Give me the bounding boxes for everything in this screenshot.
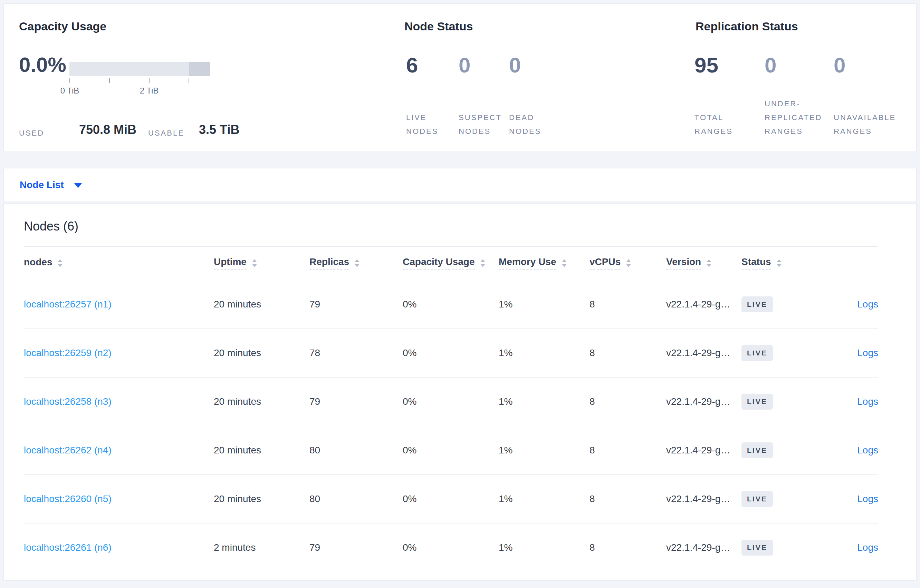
column-header-uptime[interactable]: Uptime <box>214 256 309 270</box>
unavailable-ranges-stat: 0 UNAVAILABLE RANGES <box>834 53 899 77</box>
logs-link[interactable]: Logs <box>857 445 878 456</box>
capacity-cell: 0% <box>403 347 499 359</box>
logs-link[interactable]: Logs <box>857 542 878 553</box>
version-cell: v22.1.4-29-g… <box>666 445 742 456</box>
node-status-title: Node Status <box>404 20 473 33</box>
table-row: localhost:26257 (n1) 20 minutes 79 0% 1%… <box>24 280 878 329</box>
vcpus-cell: 8 <box>590 396 666 407</box>
nodes-table-title: Nodes (6) <box>4 204 916 234</box>
sort-icon <box>252 259 257 267</box>
memory-cell: 1% <box>499 445 590 456</box>
column-header-capacity[interactable]: Capacity Usage <box>403 256 499 270</box>
column-header-nodes[interactable]: nodes <box>24 257 214 270</box>
sort-icon <box>480 259 485 267</box>
sort-icon <box>58 259 63 267</box>
under-replicated-label: UNDER- REPLICATED RANGES <box>765 97 830 138</box>
capacity-cell: 0% <box>403 445 499 456</box>
status-badge: LIVE <box>742 296 773 312</box>
nodes-table: nodes Uptime Replicas Capacity Usage Mem… <box>24 246 878 572</box>
total-ranges-value: 95 <box>695 53 760 77</box>
column-header-vcpus[interactable]: vCPUs <box>590 256 666 270</box>
axis-tick <box>189 78 189 83</box>
uptime-cell: 2 minutes <box>214 542 309 553</box>
table-row: localhost:26258 (n3) 20 minutes 79 0% 1%… <box>24 378 878 426</box>
replicas-cell: 80 <box>309 445 403 456</box>
capacity-bar-chart <box>70 62 210 76</box>
logs-link[interactable]: Logs <box>857 396 878 407</box>
node-list-dropdown[interactable]: Node List <box>20 179 82 191</box>
vcpus-cell: 8 <box>590 445 666 456</box>
node-link[interactable]: localhost:26260 (n5) <box>24 493 112 504</box>
replicas-cell: 79 <box>309 299 403 310</box>
replicas-cell: 80 <box>309 493 403 504</box>
cluster-summary-panel: Capacity Usage 0.0% 0 TiB 2 TiB USED 750… <box>3 3 917 151</box>
version-cell: v22.1.4-29-g… <box>666 493 742 504</box>
version-cell: v22.1.4-29-g… <box>666 347 742 359</box>
dead-nodes-label: DEAD NODES <box>509 111 575 138</box>
table-row: localhost:26261 (n6) 2 minutes 79 0% 1% … <box>24 523 878 572</box>
logs-link[interactable]: Logs <box>857 493 878 504</box>
usable-value: 3.5 TiB <box>199 123 239 137</box>
vcpus-cell: 8 <box>590 493 666 504</box>
node-link[interactable]: localhost:26257 (n1) <box>24 299 112 310</box>
capacity-percent: 0.0% <box>19 53 66 77</box>
replicas-cell: 79 <box>309 396 403 407</box>
capacity-cell: 0% <box>403 493 499 504</box>
used-label: USED <box>19 129 44 138</box>
replicas-cell: 78 <box>309 347 403 359</box>
uptime-cell: 20 minutes <box>214 396 309 407</box>
node-link[interactable]: localhost:26258 (n3) <box>24 396 112 407</box>
unavailable-ranges-label: UNAVAILABLE RANGES <box>834 111 899 138</box>
table-row: localhost:26259 (n2) 20 minutes 78 0% 1%… <box>24 329 878 378</box>
under-replicated-value: 0 <box>765 53 830 77</box>
uptime-cell: 20 minutes <box>214 445 309 456</box>
table-row: localhost:26260 (n5) 20 minutes 80 0% 1%… <box>24 475 878 523</box>
axis-tick <box>149 78 149 83</box>
column-header-memory[interactable]: Memory Use <box>499 256 590 270</box>
view-selector-bar: Node List <box>3 168 917 202</box>
total-ranges-label: TOTAL RANGES <box>695 111 760 138</box>
sort-icon <box>777 259 782 267</box>
total-ranges-stat: 95 TOTAL RANGES <box>695 53 760 77</box>
usable-label: USABLE <box>148 129 185 138</box>
uptime-cell: 20 minutes <box>214 493 309 504</box>
status-badge: LIVE <box>742 443 773 458</box>
uptime-cell: 20 minutes <box>214 347 309 359</box>
uptime-cell: 20 minutes <box>214 299 309 310</box>
capacity-usage-title: Capacity Usage <box>19 20 106 33</box>
column-header-status[interactable]: Status <box>742 256 831 270</box>
status-badge: LIVE <box>742 491 773 507</box>
axis-tick-label: 2 TiB <box>132 86 167 95</box>
capacity-cell: 0% <box>403 396 499 407</box>
sort-icon <box>562 259 567 267</box>
used-value: 750.8 MiB <box>79 123 136 137</box>
nodes-table-panel: Nodes (6) nodes Uptime Replicas Capacity… <box>3 203 917 581</box>
sort-icon <box>706 259 711 267</box>
vcpus-cell: 8 <box>590 347 666 359</box>
replicas-cell: 79 <box>309 542 403 553</box>
capacity-cell: 0% <box>403 299 499 310</box>
node-link[interactable]: localhost:26259 (n2) <box>24 347 112 358</box>
chevron-down-icon <box>74 183 82 188</box>
column-header-replicas[interactable]: Replicas <box>309 256 403 270</box>
node-link[interactable]: localhost:26262 (n4) <box>24 445 112 456</box>
column-header-version[interactable]: Version <box>666 256 742 270</box>
memory-cell: 1% <box>499 493 590 504</box>
version-cell: v22.1.4-29-g… <box>666 299 742 310</box>
axis-tick <box>109 78 110 83</box>
capacity-cell: 0% <box>403 542 499 553</box>
memory-cell: 1% <box>499 347 590 359</box>
dead-nodes-stat: 0 DEAD NODES <box>509 53 575 77</box>
version-cell: v22.1.4-29-g… <box>666 542 742 553</box>
vcpus-cell: 8 <box>590 299 666 310</box>
table-header-row: nodes Uptime Replicas Capacity Usage Mem… <box>24 247 878 280</box>
node-link[interactable]: localhost:26261 (n6) <box>24 542 112 553</box>
dead-nodes-value: 0 <box>509 53 575 77</box>
replication-status-title: Replication Status <box>695 20 798 33</box>
axis-tick <box>70 78 70 83</box>
memory-cell: 1% <box>499 396 590 407</box>
unavailable-ranges-value: 0 <box>834 53 899 77</box>
logs-link[interactable]: Logs <box>857 299 878 310</box>
capacity-bar-segment <box>189 62 210 76</box>
logs-link[interactable]: Logs <box>857 347 878 358</box>
